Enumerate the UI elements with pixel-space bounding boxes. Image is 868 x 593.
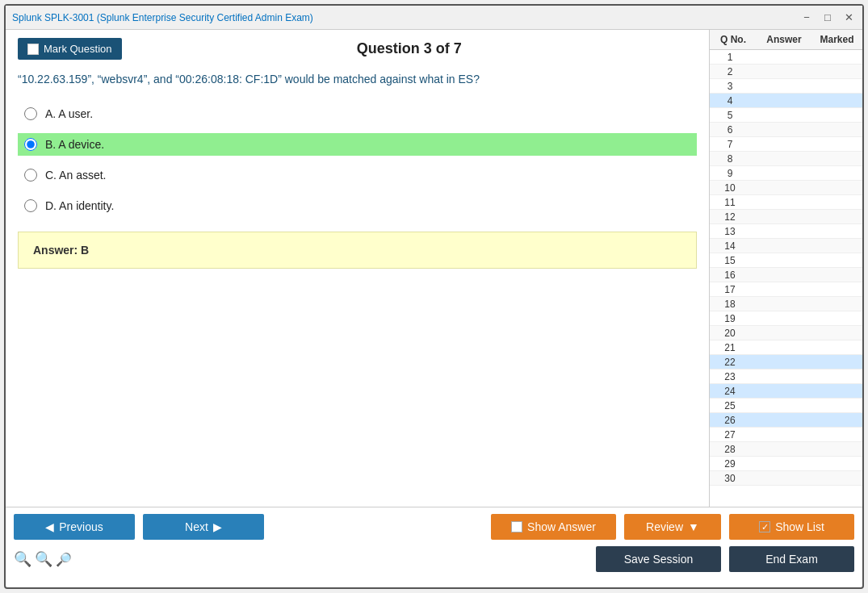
sidebar-row[interactable]: 8 <box>710 152 862 166</box>
answer-box: Answer: B <box>18 232 697 269</box>
row-qno: 21 <box>710 342 750 353</box>
sidebar-row[interactable]: 14 <box>710 239 862 253</box>
option-b-label: B. A device. <box>45 138 104 151</box>
option-a[interactable]: A. A user. <box>18 102 697 125</box>
sidebar-row[interactable]: 6 <box>710 123 862 137</box>
sidebar-row[interactable]: 4 <box>710 94 862 108</box>
zoom-controls: 🔍 🔍 🔎 <box>14 550 72 568</box>
show-list-button[interactable]: ✓ Show List <box>729 514 854 540</box>
mark-question-label: Mark Question <box>44 43 112 55</box>
sidebar-row[interactable]: 5 <box>710 108 862 123</box>
title-plain: Splunk SPLK-3001 <box>12 12 97 23</box>
row-qno: 20 <box>710 328 750 339</box>
titlebar: Splunk SPLK-3001 (Splunk Enterprise Secu… <box>6 6 862 30</box>
radio-c[interactable] <box>24 169 37 182</box>
sidebar-row[interactable]: 2 <box>710 65 862 79</box>
next-button[interactable]: Next ▶ <box>143 514 264 540</box>
row-qno: 3 <box>710 81 750 92</box>
row-qno: 15 <box>710 255 750 266</box>
end-exam-button[interactable]: End Exam <box>729 546 854 572</box>
bottom-bar: ◀ Previous Next ▶ Show Answer Review ▼ ✓… <box>6 507 862 587</box>
nav-row: ◀ Previous Next ▶ Show Answer Review ▼ ✓… <box>6 507 862 546</box>
row-qno: 19 <box>710 313 750 324</box>
sidebar-row[interactable]: 15 <box>710 253 862 268</box>
row-qno: 30 <box>710 473 750 484</box>
sidebar-row[interactable]: 12 <box>710 210 862 224</box>
previous-label: Previous <box>59 520 103 533</box>
radio-a[interactable] <box>24 107 37 120</box>
row-qno: 17 <box>710 284 750 295</box>
row-qno: 27 <box>710 429 750 441</box>
main-content: Mark Question Question 3 of 7 “10.22.63.… <box>6 30 862 507</box>
row-qno: 9 <box>710 168 750 179</box>
sidebar-row[interactable]: 25 <box>710 399 862 413</box>
next-label: Next <box>185 520 208 533</box>
row-qno: 10 <box>710 182 750 194</box>
sidebar-row[interactable]: 24 <box>710 384 862 399</box>
sidebar-row[interactable]: 1 <box>710 50 862 65</box>
option-c-label: C. An asset. <box>45 169 106 182</box>
sidebar-row[interactable]: 29 <box>710 457 862 471</box>
row-qno: 1 <box>710 52 750 63</box>
option-c[interactable]: C. An asset. <box>18 164 697 186</box>
row-qno: 12 <box>710 211 750 223</box>
sidebar-header: Q No. Answer Marked <box>710 30 862 50</box>
maximize-button[interactable]: □ <box>820 10 835 25</box>
radio-b[interactable] <box>24 138 37 151</box>
sidebar-row[interactable]: 28 <box>710 442 862 457</box>
option-b[interactable]: B. A device. <box>18 133 697 156</box>
review-label: Review <box>646 520 683 533</box>
row-qno: 26 <box>710 415 750 426</box>
show-answer-button[interactable]: Show Answer <box>491 514 616 540</box>
zoom-reset-icon[interactable]: 🔍 <box>35 550 52 568</box>
sidebar-row[interactable]: 22 <box>710 355 862 370</box>
sidebar-row[interactable]: 27 <box>710 428 862 442</box>
sidebar-row[interactable]: 21 <box>710 340 862 355</box>
review-button[interactable]: Review ▼ <box>624 514 721 540</box>
sidebar-row[interactable]: 16 <box>710 268 862 282</box>
window-title: Splunk SPLK-3001 (Splunk Enterprise Secu… <box>12 12 313 23</box>
title-paren: (Splunk Enterprise Security Certified Ad… <box>97 12 313 23</box>
sidebar-row[interactable]: 23 <box>710 370 862 384</box>
sidebar-row[interactable]: 18 <box>710 297 862 311</box>
sidebar-row[interactable]: 30 <box>710 471 862 486</box>
row-qno: 24 <box>710 386 750 397</box>
options-list: A. A user. B. A device. C. An asset. D. … <box>18 102 697 217</box>
zoom-in-icon[interactable]: 🔍 <box>14 550 31 568</box>
option-a-label: A. A user. <box>45 107 93 120</box>
sidebar-list[interactable]: 1234567891011121314151617181920212223242… <box>710 50 862 507</box>
option-d[interactable]: D. An identity. <box>18 194 697 217</box>
sidebar-row[interactable]: 3 <box>710 79 862 94</box>
action-row: 🔍 🔍 🔎 Save Session End Exam <box>6 546 862 578</box>
show-list-checkbox-icon: ✓ <box>759 521 770 532</box>
show-list-label: Show List <box>775 520 824 533</box>
question-title: Question 3 of 7 <box>122 40 697 57</box>
prev-arrow-icon: ◀ <box>45 520 54 533</box>
sidebar-row[interactable]: 11 <box>710 195 862 210</box>
mark-checkbox-icon <box>27 44 39 55</box>
close-button[interactable]: ✕ <box>841 10 856 25</box>
row-qno: 5 <box>710 110 750 121</box>
sidebar-row[interactable]: 26 <box>710 413 862 428</box>
sidebar-row[interactable]: 10 <box>710 181 862 195</box>
minimize-button[interactable]: − <box>799 10 814 25</box>
sidebar-row[interactable]: 19 <box>710 311 862 326</box>
sidebar-row[interactable]: 9 <box>710 166 862 181</box>
sidebar-row[interactable]: 13 <box>710 224 862 239</box>
sidebar-row[interactable]: 7 <box>710 137 862 152</box>
row-qno: 13 <box>710 226 750 237</box>
row-qno: 18 <box>710 299 750 310</box>
row-qno: 29 <box>710 458 750 470</box>
question-panel: Mark Question Question 3 of 7 “10.22.63.… <box>6 30 709 507</box>
previous-button[interactable]: ◀ Previous <box>14 514 135 540</box>
sidebar-row[interactable]: 17 <box>710 282 862 297</box>
radio-d[interactable] <box>24 199 37 212</box>
col-marked-header: Marked <box>815 34 859 45</box>
mark-question-button[interactable]: Mark Question <box>18 38 122 60</box>
sidebar-row[interactable]: 20 <box>710 326 862 340</box>
row-qno: 16 <box>710 269 750 281</box>
zoom-out-icon[interactable]: 🔎 <box>56 552 72 567</box>
row-qno: 2 <box>710 66 750 77</box>
next-arrow-icon: ▶ <box>213 520 222 533</box>
save-session-button[interactable]: Save Session <box>596 546 721 572</box>
